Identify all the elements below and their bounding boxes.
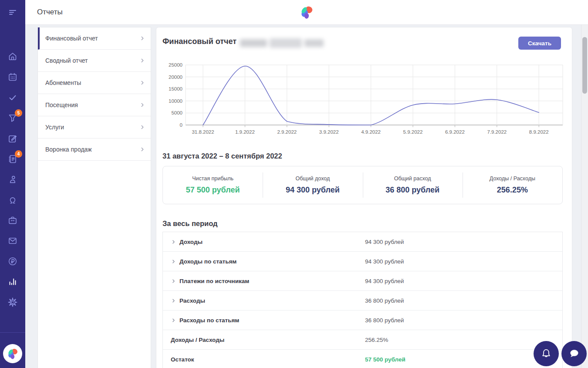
row-value: 94 300 рублей	[365, 239, 404, 245]
sidebar-item-clients[interactable]	[7, 174, 18, 185]
download-button[interactable]: Скачать	[518, 37, 561, 50]
section-title: За весь период	[162, 219, 218, 228]
sidebar-item-journal[interactable]: 4	[7, 154, 18, 164]
row-value: 94 300 рублей	[365, 278, 404, 284]
head-icon	[7, 195, 18, 205]
sidebar-item-briefcase[interactable]	[7, 215, 18, 226]
checkmark-icon	[7, 92, 18, 103]
sidebar-item-staff[interactable]	[7, 195, 18, 205]
svg-text:2.9.2022: 2.9.2022	[277, 129, 297, 135]
table-row-incomes-by-items[interactable]: Доходы по статьям 94 300 рублей	[163, 252, 562, 271]
home-icon	[7, 51, 18, 62]
svg-text:8.9.2022: 8.9.2022	[529, 129, 549, 135]
calendar-icon	[7, 72, 18, 82]
svg-text:25000: 25000	[169, 62, 182, 68]
menu-item-label: Сводный отчет	[45, 57, 88, 64]
sidebar-item-settings[interactable]	[7, 297, 18, 307]
sidebar-nav: 5 4	[0, 51, 25, 307]
table-row-expenses[interactable]: Расходы 36 800 рублей	[163, 291, 562, 311]
gear-icon	[7, 297, 18, 307]
mail-icon	[7, 236, 18, 246]
vertical-scrollbar	[581, 25, 588, 368]
table-row-incomes[interactable]: Доходы 94 300 рублей	[163, 232, 562, 252]
svg-text:7.9.2022: 7.9.2022	[487, 129, 507, 135]
table-row-payments-by-source[interactable]: Платежи по источникам 94 300 рублей	[163, 271, 562, 291]
svg-text:4.9.2022: 4.9.2022	[361, 129, 381, 135]
table-row-expenses-by-items[interactable]: Расходы по статьям 36 800 рублей	[163, 311, 562, 330]
chat-button[interactable]	[561, 341, 587, 366]
scrollbar-thumb[interactable]	[582, 37, 587, 94]
menu-item-visits[interactable]: Посещения	[38, 94, 151, 116]
menu-item-label: Услуги	[45, 124, 64, 131]
menu-item-label: Посещения	[45, 101, 78, 108]
row-label: Доходы	[179, 239, 203, 245]
sidebar-item-funnel[interactable]: 5	[7, 113, 18, 123]
stat-total-income: Общий доход 94 300 рублей	[263, 166, 362, 204]
menu-item-financial-report[interactable]: Финансовый отчет	[38, 27, 151, 50]
sidebar-item-reports[interactable]	[7, 277, 18, 287]
ruble-icon	[7, 256, 18, 267]
menu-item-sales-funnel[interactable]: Воронка продаж	[38, 138, 151, 161]
svg-text:20000: 20000	[169, 74, 182, 80]
svg-text:10000: 10000	[169, 98, 182, 104]
menu-toggle-button[interactable]	[7, 7, 18, 17]
chevron-right-icon	[139, 102, 145, 108]
table-row-balance: Остаток 57 500 рублей	[163, 350, 562, 368]
row-label: Платежи по источникам	[179, 278, 249, 284]
chevron-right-icon	[139, 124, 145, 130]
svg-text:0: 0	[180, 122, 182, 128]
sidebar-item-calendar[interactable]	[7, 72, 18, 82]
svg-text:31.8.2022: 31.8.2022	[192, 129, 214, 135]
svg-text:15000: 15000	[169, 86, 182, 91]
menu-item-label: Финансовый отчет	[45, 35, 98, 42]
chevron-right-icon	[171, 239, 176, 245]
row-label: Расходы по статьям	[179, 317, 239, 324]
chevron-right-icon	[171, 298, 176, 304]
redacted-club-name	[240, 37, 325, 49]
row-value: 94 300 рублей	[365, 258, 404, 265]
bar-chart-icon	[7, 277, 18, 287]
person-icon	[7, 174, 18, 185]
stat-label: Общий доход	[295, 176, 330, 182]
notification-badge: 4	[15, 150, 22, 158]
reports-menu: Финансовый отчет Сводный отчет Абонемент…	[37, 27, 151, 368]
menu-item-label: Абонементы	[45, 79, 81, 86]
period-title: 31 августа 2022 – 8 сентября 2022	[162, 152, 282, 160]
row-value: 36 800 рублей	[365, 297, 404, 304]
svg-text:6.9.2022: 6.9.2022	[445, 129, 465, 135]
summary-stats: Чистая прибыль 57 500 рублей Общий доход…	[162, 166, 563, 204]
notifications-button[interactable]	[534, 341, 559, 366]
row-label: Остаток	[171, 356, 194, 363]
briefcase-icon	[7, 215, 18, 226]
stat-total-expense: Общий расход 36 800 рублей	[363, 166, 463, 204]
menu-item-summary-report[interactable]: Сводный отчет	[38, 50, 151, 72]
sidebar-item-payments[interactable]	[7, 256, 18, 267]
stat-value: 36 800 рублей	[385, 186, 439, 195]
chevron-right-icon	[171, 278, 176, 284]
stat-value: 94 300 рублей	[286, 186, 340, 195]
row-label: Доходы по статьям	[179, 258, 237, 265]
sidebar-item-tasks[interactable]	[7, 92, 18, 103]
stat-label: Чистая прибыль	[192, 176, 233, 182]
stat-label: Общий расход	[394, 176, 431, 182]
sidebar-item-compose[interactable]	[7, 133, 18, 144]
line-chart-canvas: 050001000015000200002500031.8.20221.9.20…	[162, 61, 567, 136]
menu-item-memberships[interactable]: Абонементы	[38, 72, 151, 94]
sidebar-item-mail[interactable]	[7, 236, 18, 246]
chevron-right-icon	[139, 80, 145, 86]
chevron-right-icon	[139, 146, 145, 152]
app-logo-button[interactable]	[3, 344, 22, 363]
stat-label: Доходы / Расходы	[490, 176, 535, 182]
app-logo-icon	[299, 4, 314, 20]
row-value: 57 500 рублей	[365, 356, 406, 363]
hamburger-icon	[7, 7, 18, 17]
chevron-right-icon	[139, 35, 145, 41]
sidebar-item-home[interactable]	[7, 51, 18, 62]
menu-item-services[interactable]: Услуги	[38, 116, 151, 138]
top-bar: Отчеты	[25, 0, 588, 25]
report-card: Финансовый отчет Скачать 050001000015000…	[156, 27, 572, 368]
chevron-right-icon	[139, 57, 145, 64]
bell-icon	[540, 348, 552, 360]
app-logo-icon	[6, 347, 19, 360]
row-value: 256.25%	[365, 337, 388, 343]
